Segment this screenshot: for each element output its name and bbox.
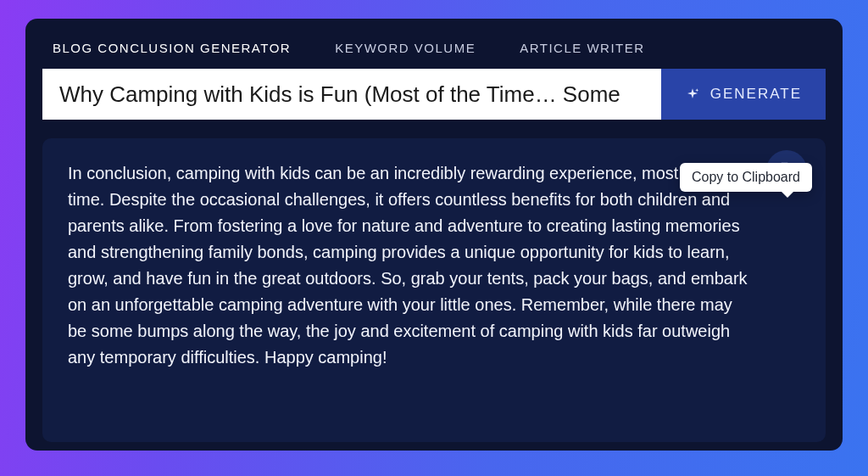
tab-keyword-volume[interactable]: KEYWORD VOLUME bbox=[313, 31, 498, 65]
output-text: In conclusion, camping with kids can be … bbox=[68, 160, 749, 371]
topic-input[interactable] bbox=[42, 69, 661, 120]
generator-card: BLOG CONCLUSION GENERATOR KEYWORD VOLUME… bbox=[25, 19, 843, 451]
input-row: GENERATE bbox=[42, 69, 826, 120]
tabs-row: BLOG CONCLUSION GENERATOR KEYWORD VOLUME… bbox=[25, 19, 843, 65]
generate-button[interactable]: GENERATE bbox=[661, 69, 826, 120]
sparkle-icon bbox=[685, 87, 700, 102]
copy-tooltip: Copy to Clipboard bbox=[680, 163, 812, 192]
tab-article-writer[interactable]: ARTICLE WRITER bbox=[498, 31, 666, 65]
generate-button-label: GENERATE bbox=[710, 86, 802, 103]
tab-blog-conclusion[interactable]: BLOG CONCLUSION GENERATOR bbox=[31, 31, 313, 65]
